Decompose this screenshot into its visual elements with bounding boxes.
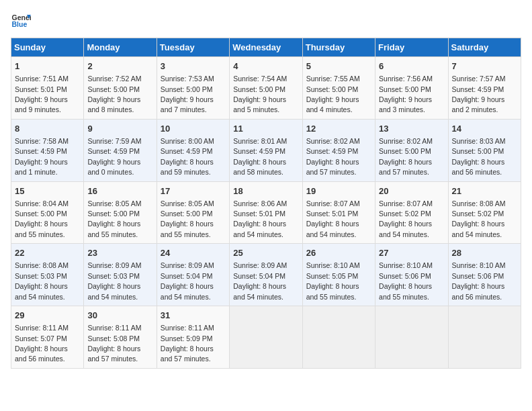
calendar-day-cell: 28Sunrise: 8:10 AM Sunset: 5:06 PM Dayli… bbox=[448, 244, 521, 306]
calendar-day-cell: 9Sunrise: 7:59 AM Sunset: 4:59 PM Daylig… bbox=[84, 119, 157, 181]
day-info: Sunrise: 8:08 AM Sunset: 5:03 PM Dayligh… bbox=[15, 261, 69, 300]
day-number: 16 bbox=[87, 185, 152, 197]
svg-text:Blue: Blue bbox=[12, 20, 28, 28]
day-number: 17 bbox=[161, 185, 226, 197]
day-info: Sunrise: 8:09 AM Sunset: 5:04 PM Dayligh… bbox=[233, 261, 287, 300]
calendar-day-cell bbox=[448, 306, 521, 369]
day-info: Sunrise: 7:57 AM Sunset: 4:59 PM Dayligh… bbox=[452, 75, 506, 113]
weekday-header-cell: Friday bbox=[375, 38, 448, 57]
calendar-day-cell: 16Sunrise: 8:05 AM Sunset: 5:00 PM Dayli… bbox=[84, 181, 157, 244]
day-number: 26 bbox=[306, 247, 371, 259]
day-number: 20 bbox=[379, 185, 444, 197]
weekday-header-cell: Wednesday bbox=[230, 38, 302, 57]
day-number: 21 bbox=[452, 185, 517, 197]
day-number: 29 bbox=[15, 310, 80, 322]
calendar-day-cell: 23Sunrise: 8:09 AM Sunset: 5:03 PM Dayli… bbox=[84, 244, 157, 306]
calendar-day-cell: 1Sunrise: 7:51 AM Sunset: 5:01 PM Daylig… bbox=[11, 57, 84, 120]
calendar-day-cell: 15Sunrise: 8:04 AM Sunset: 5:00 PM Dayli… bbox=[11, 181, 84, 244]
day-info: Sunrise: 8:11 AM Sunset: 5:09 PM Dayligh… bbox=[161, 324, 214, 363]
day-info: Sunrise: 8:09 AM Sunset: 5:03 PM Dayligh… bbox=[87, 261, 141, 300]
calendar-day-cell bbox=[375, 306, 448, 369]
calendar-table: SundayMondayTuesdayWednesdayThursdayFrid… bbox=[11, 38, 521, 369]
day-number: 15 bbox=[15, 185, 80, 197]
day-number: 22 bbox=[15, 247, 80, 259]
calendar-week-row: 22Sunrise: 8:08 AM Sunset: 5:03 PM Dayli… bbox=[11, 244, 521, 306]
calendar-day-cell: 3Sunrise: 7:53 AM Sunset: 5:00 PM Daylig… bbox=[157, 57, 229, 120]
day-number: 23 bbox=[87, 247, 152, 259]
weekday-header-row: SundayMondayTuesdayWednesdayThursdayFrid… bbox=[11, 38, 521, 57]
day-info: Sunrise: 7:52 AM Sunset: 5:00 PM Dayligh… bbox=[87, 75, 141, 113]
day-info: Sunrise: 8:06 AM Sunset: 5:01 PM Dayligh… bbox=[233, 199, 287, 238]
day-number: 7 bbox=[452, 60, 517, 73]
calendar-day-cell: 14Sunrise: 8:03 AM Sunset: 5:00 PM Dayli… bbox=[448, 119, 521, 181]
day-number: 3 bbox=[161, 60, 226, 73]
day-number: 4 bbox=[233, 60, 298, 73]
calendar-day-cell: 17Sunrise: 8:05 AM Sunset: 5:00 PM Dayli… bbox=[157, 181, 229, 244]
day-info: Sunrise: 8:02 AM Sunset: 5:00 PM Dayligh… bbox=[379, 137, 433, 176]
day-number: 14 bbox=[452, 123, 517, 135]
calendar-day-cell: 4Sunrise: 7:54 AM Sunset: 5:00 PM Daylig… bbox=[230, 57, 302, 120]
calendar-day-cell: 10Sunrise: 8:00 AM Sunset: 4:59 PM Dayli… bbox=[157, 119, 229, 181]
logo: General Blue bbox=[11, 11, 31, 31]
day-info: Sunrise: 8:09 AM Sunset: 5:04 PM Dayligh… bbox=[161, 261, 214, 300]
calendar-week-row: 15Sunrise: 8:04 AM Sunset: 5:00 PM Dayli… bbox=[11, 181, 521, 244]
calendar-day-cell: 6Sunrise: 7:56 AM Sunset: 5:00 PM Daylig… bbox=[375, 57, 448, 120]
day-number: 11 bbox=[233, 123, 298, 135]
day-number: 18 bbox=[233, 185, 298, 197]
day-info: Sunrise: 8:05 AM Sunset: 5:00 PM Dayligh… bbox=[161, 199, 214, 238]
day-info: Sunrise: 8:02 AM Sunset: 4:59 PM Dayligh… bbox=[306, 137, 360, 176]
calendar-day-cell: 26Sunrise: 8:10 AM Sunset: 5:05 PM Dayli… bbox=[302, 244, 375, 306]
day-info: Sunrise: 8:11 AM Sunset: 5:08 PM Dayligh… bbox=[87, 324, 141, 363]
day-number: 10 bbox=[161, 123, 226, 135]
day-info: Sunrise: 7:59 AM Sunset: 4:59 PM Dayligh… bbox=[87, 137, 141, 176]
weekday-header-cell: Sunday bbox=[11, 38, 84, 57]
logo-icon: General Blue bbox=[11, 11, 31, 31]
day-info: Sunrise: 8:10 AM Sunset: 5:06 PM Dayligh… bbox=[379, 261, 433, 300]
calendar-day-cell: 19Sunrise: 8:07 AM Sunset: 5:01 PM Dayli… bbox=[302, 181, 375, 244]
day-info: Sunrise: 8:07 AM Sunset: 5:01 PM Dayligh… bbox=[306, 199, 360, 238]
day-number: 6 bbox=[379, 60, 444, 73]
weekday-header-cell: Tuesday bbox=[157, 38, 229, 57]
calendar-day-cell: 29Sunrise: 8:11 AM Sunset: 5:07 PM Dayli… bbox=[11, 306, 84, 369]
day-info: Sunrise: 7:54 AM Sunset: 5:00 PM Dayligh… bbox=[233, 75, 287, 113]
day-number: 25 bbox=[233, 247, 298, 259]
day-info: Sunrise: 7:53 AM Sunset: 5:00 PM Dayligh… bbox=[161, 75, 214, 113]
day-number: 1 bbox=[15, 60, 80, 73]
calendar-week-row: 1Sunrise: 7:51 AM Sunset: 5:01 PM Daylig… bbox=[11, 57, 521, 120]
calendar-day-cell: 27Sunrise: 8:10 AM Sunset: 5:06 PM Dayli… bbox=[375, 244, 448, 306]
calendar-week-row: 8Sunrise: 7:58 AM Sunset: 4:59 PM Daylig… bbox=[11, 119, 521, 181]
calendar-day-cell: 12Sunrise: 8:02 AM Sunset: 4:59 PM Dayli… bbox=[302, 119, 375, 181]
day-number: 12 bbox=[306, 123, 371, 135]
calendar-day-cell: 7Sunrise: 7:57 AM Sunset: 4:59 PM Daylig… bbox=[448, 57, 521, 120]
day-info: Sunrise: 8:01 AM Sunset: 4:59 PM Dayligh… bbox=[233, 137, 287, 176]
calendar-day-cell: 24Sunrise: 8:09 AM Sunset: 5:04 PM Dayli… bbox=[157, 244, 229, 306]
weekday-header-cell: Saturday bbox=[448, 38, 521, 57]
calendar-body: 1Sunrise: 7:51 AM Sunset: 5:01 PM Daylig… bbox=[11, 57, 521, 369]
day-number: 9 bbox=[87, 123, 152, 135]
calendar-day-cell: 8Sunrise: 7:58 AM Sunset: 4:59 PM Daylig… bbox=[11, 119, 84, 181]
day-info: Sunrise: 8:10 AM Sunset: 5:05 PM Dayligh… bbox=[306, 261, 360, 300]
calendar-day-cell: 22Sunrise: 8:08 AM Sunset: 5:03 PM Dayli… bbox=[11, 244, 84, 306]
calendar-day-cell bbox=[230, 306, 302, 369]
weekday-header-cell: Monday bbox=[84, 38, 157, 57]
calendar-day-cell: 2Sunrise: 7:52 AM Sunset: 5:00 PM Daylig… bbox=[84, 57, 157, 120]
day-info: Sunrise: 8:07 AM Sunset: 5:02 PM Dayligh… bbox=[379, 199, 433, 238]
day-info: Sunrise: 8:05 AM Sunset: 5:00 PM Dayligh… bbox=[87, 199, 141, 238]
day-number: 2 bbox=[87, 60, 152, 73]
calendar-week-row: 29Sunrise: 8:11 AM Sunset: 5:07 PM Dayli… bbox=[11, 306, 521, 369]
day-info: Sunrise: 7:51 AM Sunset: 5:01 PM Dayligh… bbox=[15, 75, 69, 113]
day-number: 28 bbox=[452, 247, 517, 259]
day-info: Sunrise: 8:08 AM Sunset: 5:02 PM Dayligh… bbox=[452, 199, 506, 238]
calendar-day-cell: 13Sunrise: 8:02 AM Sunset: 5:00 PM Dayli… bbox=[375, 119, 448, 181]
day-number: 24 bbox=[161, 247, 226, 259]
page-header: General Blue bbox=[11, 11, 521, 31]
calendar-day-cell: 21Sunrise: 8:08 AM Sunset: 5:02 PM Dayli… bbox=[448, 181, 521, 244]
calendar-day-cell: 18Sunrise: 8:06 AM Sunset: 5:01 PM Dayli… bbox=[230, 181, 302, 244]
day-number: 31 bbox=[161, 310, 226, 322]
calendar-day-cell: 30Sunrise: 8:11 AM Sunset: 5:08 PM Dayli… bbox=[84, 306, 157, 369]
calendar-day-cell: 31Sunrise: 8:11 AM Sunset: 5:09 PM Dayli… bbox=[157, 306, 229, 369]
calendar-day-cell: 5Sunrise: 7:55 AM Sunset: 5:00 PM Daylig… bbox=[302, 57, 375, 120]
day-info: Sunrise: 7:58 AM Sunset: 4:59 PM Dayligh… bbox=[15, 137, 69, 176]
day-number: 5 bbox=[306, 60, 371, 73]
calendar-day-cell: 20Sunrise: 8:07 AM Sunset: 5:02 PM Dayli… bbox=[375, 181, 448, 244]
